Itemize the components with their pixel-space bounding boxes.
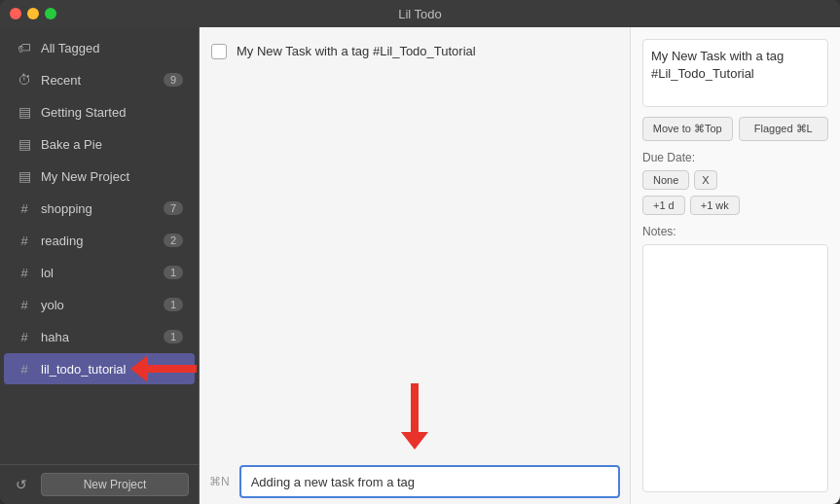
notes-section: Notes: <box>642 225 828 492</box>
sidebar-items: 🏷 All Tagged ⏱ Recent 9 ▤ Getting Starte… <box>0 27 199 464</box>
sidebar-label-my-new-project: My New Project <box>41 169 183 184</box>
hash-icon-reading: # <box>16 232 33 249</box>
maximize-button[interactable] <box>45 8 56 19</box>
close-button[interactable] <box>10 8 21 19</box>
hash-icon-haha: # <box>16 328 33 345</box>
sidebar-label-bake-a-pie: Bake a Pie <box>41 137 183 152</box>
sidebar-label-reading: reading <box>41 234 164 248</box>
cmd-hint: ⌘N <box>209 475 230 488</box>
sidebar-item-recent[interactable]: ⏱ Recent 9 <box>4 64 195 95</box>
arrow-left-annotation <box>130 355 197 382</box>
traffic-lights <box>10 8 56 19</box>
due-none-button[interactable]: None <box>642 170 689 190</box>
task-detail-text: My New Task with a tag #Lil_Todo_Tutoria… <box>642 39 828 107</box>
due-plus1wk-button[interactable]: +1 wk <box>690 196 740 215</box>
sidebar-label-all-tagged: All Tagged <box>41 41 183 55</box>
sidebar-badge-recent: 9 <box>164 73 183 87</box>
move-to-top-button[interactable]: Move to ⌘Top <box>642 117 733 141</box>
due-x-button[interactable]: X <box>694 170 716 190</box>
tag-icon: 🏷 <box>16 39 33 56</box>
doc-icon-2: ▤ <box>16 135 33 153</box>
task-item[interactable]: My New Task with a tag #Lil_Todo_Tutoria… <box>200 35 630 70</box>
sidebar-item-lil-todo-tutorial[interactable]: # lil_todo_tutorial <box>4 353 195 384</box>
arrow-down-annotation <box>401 383 428 450</box>
sidebar: 🏷 All Tagged ⏱ Recent 9 ▤ Getting Starte… <box>0 27 199 504</box>
new-project-button[interactable]: New Project <box>41 473 189 496</box>
hash-icon-lol: # <box>16 264 33 281</box>
sidebar-item-getting-started[interactable]: ▤ Getting Started <box>4 96 195 127</box>
task-checkbox[interactable] <box>211 44 227 59</box>
due-date-row2: +1 d +1 wk <box>642 196 828 215</box>
sidebar-item-lol[interactable]: # lol 1 <box>4 257 195 288</box>
due-date-section: Due Date: None X +1 d +1 wk <box>642 151 828 215</box>
sidebar-item-reading[interactable]: # reading 2 <box>4 225 195 256</box>
due-plus1d-button[interactable]: +1 d <box>642 196 685 215</box>
arrow-shaft-horizontal <box>148 365 197 373</box>
doc-icon: ▤ <box>16 103 33 121</box>
sidebar-label-getting-started: Getting Started <box>41 105 183 120</box>
right-panel: My New Task with a tag #Lil_Todo_Tutoria… <box>631 27 840 504</box>
sidebar-item-bake-a-pie[interactable]: ▤ Bake a Pie <box>4 128 195 160</box>
hash-icon-yolo: # <box>16 296 33 313</box>
app-window: Lil Todo 🏷 All Tagged ⏱ Recent 9 ▤ <box>0 0 840 504</box>
main-content: 🏷 All Tagged ⏱ Recent 9 ▤ Getting Starte… <box>0 27 840 504</box>
sidebar-badge-lol: 1 <box>164 266 183 279</box>
flagged-button[interactable]: Flagged ⌘L <box>739 117 829 141</box>
minimize-button[interactable] <box>27 8 39 19</box>
sidebar-badge-haha: 1 <box>164 330 183 343</box>
sidebar-label-lol: lol <box>41 266 164 280</box>
sidebar-item-shopping[interactable]: # shopping 7 <box>4 193 195 224</box>
arrow-shaft-vertical <box>411 383 419 432</box>
hash-icon-shopping: # <box>16 199 33 217</box>
sidebar-label-recent: Recent <box>41 73 164 88</box>
due-date-label: Due Date: <box>642 151 828 164</box>
notes-label: Notes: <box>642 225 828 238</box>
sidebar-item-yolo[interactable]: # yolo 1 <box>4 289 195 320</box>
titlebar: Lil Todo <box>0 0 840 27</box>
sidebar-label-yolo: yolo <box>41 298 164 312</box>
clock-icon: ⏱ <box>16 71 33 89</box>
action-buttons: Move to ⌘Top Flagged ⌘L <box>642 117 828 141</box>
sidebar-item-all-tagged[interactable]: 🏷 All Tagged <box>4 32 195 63</box>
sidebar-footer: ↺ New Project <box>0 464 199 504</box>
middle-panel: My New Task with a tag #Lil_Todo_Tutoria… <box>199 27 631 504</box>
sidebar-badge-shopping: 7 <box>164 201 183 215</box>
hash-icon-lil-todo-tutorial: # <box>16 360 33 378</box>
sidebar-badge-reading: 2 <box>164 234 183 247</box>
sidebar-label-shopping: shopping <box>41 201 164 216</box>
task-input[interactable] <box>239 465 620 498</box>
task-text: My New Task with a tag #Lil_Todo_Tutoria… <box>237 43 476 60</box>
arrow-head-down <box>401 432 428 450</box>
notes-textarea[interactable] <box>642 244 828 492</box>
arrow-head-left <box>130 355 148 382</box>
window-title: Lil Todo <box>398 7 442 21</box>
sidebar-label-haha: haha <box>41 330 164 344</box>
due-date-row1: None X <box>642 170 828 190</box>
sidebar-item-haha[interactable]: # haha 1 <box>4 321 195 352</box>
sidebar-badge-yolo: 1 <box>164 298 183 311</box>
sidebar-item-my-new-project[interactable]: ▤ My New Project <box>4 161 195 192</box>
middle-footer: ⌘N <box>200 459 630 504</box>
refresh-button[interactable]: ↺ <box>10 473 33 496</box>
doc-icon-3: ▤ <box>16 167 33 185</box>
